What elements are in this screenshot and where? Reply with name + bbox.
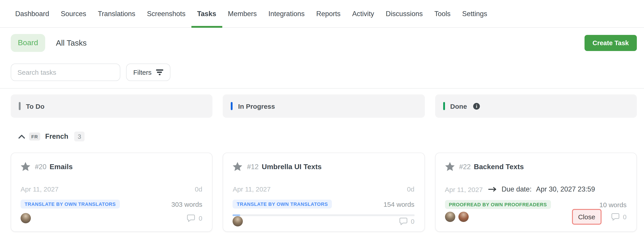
task-type-badge: TRANSLATE BY OWN TRANSLATORS bbox=[20, 200, 120, 208]
card-footer: Close 0 bbox=[445, 209, 626, 225]
search-filter-row: Filters bbox=[11, 64, 644, 81]
due-date-value: Apr 30, 2027 23:59 bbox=[536, 185, 595, 193]
column-label: To Do bbox=[26, 102, 44, 110]
assignee-avatars bbox=[445, 212, 468, 222]
comment-icon[interactable] bbox=[399, 217, 407, 225]
view-toggle-row: Board All Tasks Create Task bbox=[11, 34, 644, 52]
card-title-row: #20 Emails bbox=[20, 162, 202, 171]
nav-item-screenshots[interactable]: Screenshots bbox=[147, 0, 185, 28]
language-group-header: FR French 3 bbox=[18, 131, 644, 142]
tasks-board-page: Dashboard Sources Translations Screensho… bbox=[0, 0, 644, 245]
task-title: Emails bbox=[50, 163, 73, 171]
comment-count: 0 bbox=[623, 213, 626, 220]
status-columns: To Do In Progress Done i bbox=[0, 94, 644, 118]
nav-item-activity[interactable]: Activity bbox=[352, 0, 374, 28]
board-view-toggle[interactable]: Board bbox=[11, 34, 45, 52]
duration: 0d bbox=[407, 185, 414, 193]
task-id: #12 bbox=[247, 163, 259, 171]
column-header-done: Done i bbox=[435, 94, 637, 118]
card-title-row: #12 Umbrella UI Texts bbox=[233, 162, 414, 171]
top-nav: Dashboard Sources Translations Screensho… bbox=[0, 0, 644, 28]
language-name: French bbox=[45, 132, 68, 140]
task-card-emails[interactable]: #20 Emails Apr 11, 2027 0d TRANSLATE BY … bbox=[11, 153, 213, 232]
task-card-umbrella-ui-texts[interactable]: #12 Umbrella UI Texts Apr 11, 2027 0d TR… bbox=[223, 153, 425, 232]
start-date: Apr 11, 2027 bbox=[445, 185, 483, 193]
column-label: In Progress bbox=[238, 102, 275, 110]
column-header-todo: To Do bbox=[11, 94, 213, 118]
comment-count: 0 bbox=[411, 218, 414, 225]
star-icon[interactable] bbox=[20, 162, 30, 171]
duration: 0d bbox=[195, 185, 202, 193]
due-date-group: Due date: Apr 30, 2027 23:59 bbox=[488, 185, 595, 193]
date-row: Apr 11, 2027 0d bbox=[20, 185, 202, 193]
nav-item-tasks[interactable]: Tasks bbox=[197, 0, 216, 28]
badge-row: TRANSLATE BY OWN TRANSLATORS 154 words bbox=[233, 200, 414, 208]
badge-row: TRANSLATE BY OWN TRANSLATORS 303 words bbox=[20, 200, 202, 208]
section-divider bbox=[0, 88, 644, 89]
word-count: 10 words bbox=[599, 201, 626, 208]
progress-bar-track bbox=[233, 214, 414, 216]
nav-item-reports[interactable]: Reports bbox=[316, 0, 340, 28]
arrow-right-icon bbox=[488, 187, 497, 192]
close-task-button[interactable]: Close bbox=[572, 209, 602, 225]
start-date: Apr 11, 2027 bbox=[20, 185, 58, 193]
star-icon[interactable] bbox=[445, 162, 454, 171]
assignee-avatar bbox=[233, 216, 243, 226]
column-header-in-progress: In Progress bbox=[223, 94, 425, 118]
comment-count: 0 bbox=[199, 214, 202, 222]
nav-item-dashboard[interactable]: Dashboard bbox=[15, 0, 49, 28]
nav-item-tools[interactable]: Tools bbox=[434, 0, 450, 28]
task-title: Umbrella UI Texts bbox=[262, 163, 322, 171]
done-status-bar bbox=[443, 102, 445, 110]
card-footer: 0 bbox=[233, 216, 414, 226]
all-tasks-view-toggle[interactable]: All Tasks bbox=[56, 38, 86, 48]
filter-icon bbox=[156, 70, 163, 75]
filters-button[interactable]: Filters bbox=[126, 64, 170, 81]
task-type-badge: TRANSLATE BY OWN TRANSLATORS bbox=[233, 200, 332, 208]
info-icon[interactable]: i bbox=[473, 103, 480, 109]
column-label: Done bbox=[450, 102, 467, 110]
chevron-up-icon bbox=[18, 134, 25, 138]
create-task-button[interactable]: Create Task bbox=[584, 35, 637, 51]
task-card-backend-texts[interactable]: #22 Backend Texts Apr 11, 2027 Due date:… bbox=[435, 153, 637, 232]
nav-item-tasks-label: Tasks bbox=[197, 10, 216, 18]
task-title: Backend Texts bbox=[474, 163, 524, 171]
assignee-avatars bbox=[20, 213, 31, 223]
assignee-avatar bbox=[20, 213, 31, 223]
word-count: 303 words bbox=[171, 200, 202, 208]
nav-item-settings[interactable]: Settings bbox=[462, 0, 487, 28]
active-tab-underline bbox=[191, 26, 222, 28]
progress-bar-fill bbox=[233, 214, 240, 216]
group-task-count: 3 bbox=[74, 132, 85, 141]
nav-item-sources[interactable]: Sources bbox=[61, 0, 86, 28]
task-id: #20 bbox=[35, 163, 46, 171]
language-code-badge: FR bbox=[29, 132, 40, 140]
date-row: Apr 11, 2027 Due date: Apr 30, 2027 23:5… bbox=[445, 185, 626, 193]
nav-item-integrations[interactable]: Integrations bbox=[268, 0, 304, 28]
star-icon[interactable] bbox=[233, 162, 242, 171]
start-date: Apr 11, 2027 bbox=[233, 185, 271, 193]
comment-icon[interactable] bbox=[611, 213, 620, 221]
nav-item-discussions[interactable]: Discussions bbox=[386, 0, 422, 28]
assignee-avatar bbox=[458, 212, 468, 222]
nav-item-members[interactable]: Members bbox=[228, 0, 257, 28]
badge-row: PROOFREAD BY OWN PROOFREADERS 10 words bbox=[445, 200, 626, 209]
task-cards-row: #20 Emails Apr 11, 2027 0d TRANSLATE BY … bbox=[0, 153, 644, 232]
assignee-avatars bbox=[233, 216, 243, 226]
nav-item-translations[interactable]: Translations bbox=[98, 0, 135, 28]
comment-icon[interactable] bbox=[187, 214, 195, 222]
card-title-row: #22 Backend Texts bbox=[445, 162, 626, 171]
todo-status-bar bbox=[19, 102, 20, 110]
search-tasks-input[interactable] bbox=[11, 64, 120, 81]
due-date-label: Due date: bbox=[502, 185, 532, 193]
task-id: #22 bbox=[459, 163, 471, 171]
collapse-group-button[interactable] bbox=[18, 134, 25, 138]
filters-button-label: Filters bbox=[133, 69, 152, 76]
word-count: 154 words bbox=[384, 200, 414, 208]
card-footer: 0 bbox=[20, 213, 202, 223]
task-type-badge: PROOFREAD BY OWN PROOFREADERS bbox=[445, 200, 551, 209]
date-row: Apr 11, 2027 0d bbox=[233, 185, 414, 193]
assignee-avatar bbox=[445, 212, 455, 222]
in-progress-status-bar bbox=[231, 102, 233, 110]
